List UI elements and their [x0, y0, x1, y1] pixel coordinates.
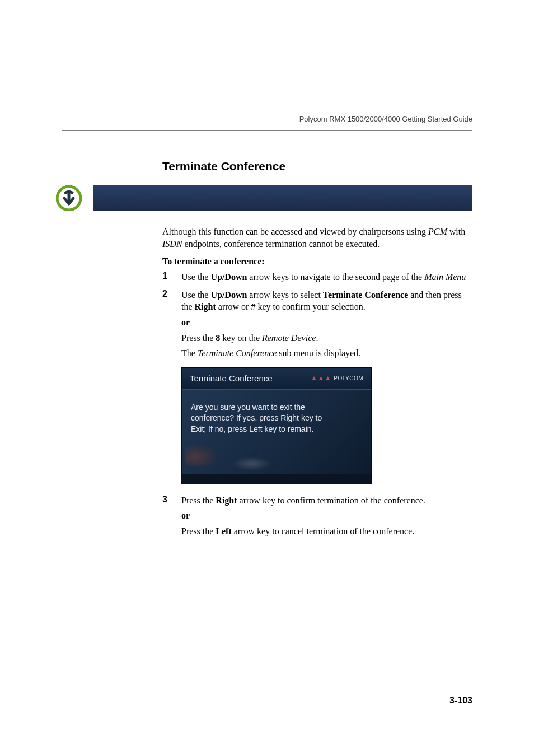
polycom-logo: ▲▲▲ POLYCOM [311, 375, 363, 381]
section-heading: Terminate Conference [162, 160, 472, 173]
text: Terminate Conference [198, 348, 277, 358]
text: key on the [220, 333, 262, 343]
running-head: Polycom RMX 1500/2000/4000 Getting Start… [299, 115, 472, 123]
text: Right [216, 496, 237, 505]
screenshot-artifact [232, 457, 271, 470]
screenshot-line: Are you sure you want to exit the [191, 402, 362, 413]
text: arrow keys to navigate to the second pag… [247, 272, 424, 282]
step-2: 2 Use the Up/Down arrow keys to select T… [162, 289, 472, 360]
logo-text: POLYCOM [334, 375, 363, 381]
screenshot-header: Terminate Conference ▲▲▲ POLYCOM [182, 368, 371, 389]
step-number: 2 [162, 289, 181, 360]
screenshot-footer [182, 474, 371, 484]
terminate-conference-screenshot: Terminate Conference ▲▲▲ POLYCOM Are you… [181, 367, 372, 484]
page: Polycom RMX 1500/2000/4000 Getting Start… [0, 0, 534, 756]
text: Although this function can be accessed a… [162, 227, 428, 236]
text: arrow key to cancel termination of the c… [232, 526, 415, 536]
text: Press the [181, 333, 216, 343]
text: endpoints, conference termination cannot… [182, 239, 380, 249]
icon-banner-row [56, 185, 472, 211]
text: with [447, 227, 465, 236]
text-isdn: ISDN [162, 239, 182, 249]
step-body: Use the Up/Down arrow keys to navigate t… [181, 271, 472, 283]
page-number: 3-103 [449, 696, 472, 706]
text: The [181, 348, 198, 358]
screenshot-line: Exit; If no, press Left key to remain. [191, 424, 362, 435]
text: Use the [181, 272, 210, 282]
text: Use the [181, 290, 210, 300]
screenshot-artifact [185, 444, 219, 466]
text: Up/Down [210, 272, 247, 282]
text: Up/Down [210, 290, 247, 300]
procedure-title: To terminate a conference: [162, 256, 472, 267]
text: key to confirm your selection. [255, 302, 365, 311]
or-label: or [181, 316, 472, 329]
down-arrow-badge-icon [56, 185, 82, 211]
step-body: Use the Up/Down arrow keys to select Ter… [181, 289, 472, 360]
step-number: 3 [162, 494, 181, 538]
step-1: 1 Use the Up/Down arrow keys to navigate… [162, 271, 472, 283]
text: sub menu is displayed. [277, 348, 360, 358]
text: Terminate Conference [323, 290, 408, 300]
logo-triangle-icon: ▲▲▲ [311, 375, 331, 381]
text: Right [195, 302, 216, 311]
or-label: or [181, 510, 472, 522]
text: Left [216, 526, 231, 536]
text: Remote Device [262, 333, 316, 343]
text: arrow key to confirm termination of the … [237, 496, 425, 505]
header-rule [62, 130, 472, 131]
text: Press the [181, 526, 216, 536]
text: Main Menu [424, 272, 466, 282]
text: arrow or [216, 302, 251, 311]
step-3: 3 Press the Right arrow key to confirm t… [162, 494, 472, 538]
screenshot-title: Terminate Conference [190, 374, 273, 383]
screenshot-line: conference? If yes, press Right key to [191, 413, 362, 424]
text: arrow keys to select [247, 290, 323, 300]
step-body: Press the Right arrow key to confirm ter… [181, 494, 472, 538]
intro-paragraph: Although this function can be accessed a… [162, 226, 472, 250]
step-number: 1 [162, 271, 181, 283]
text-pcm: PCM [428, 227, 447, 236]
text: . [316, 333, 318, 343]
screenshot-body: Are you sure you want to exit the confer… [182, 390, 371, 474]
heading-banner [93, 185, 472, 211]
content-area: Terminate Conference Although this funct… [162, 160, 472, 538]
text: Press the [181, 496, 216, 505]
